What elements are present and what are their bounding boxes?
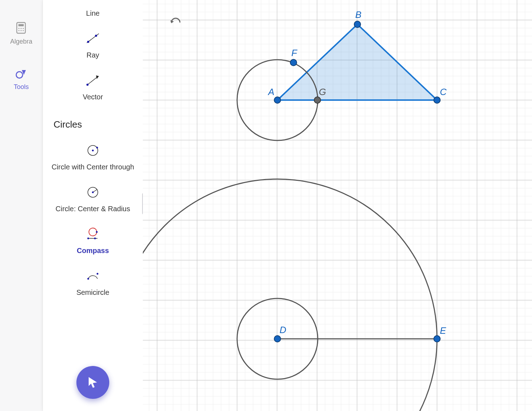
tool-vector-label: Vector [83,93,103,101]
nav-tools-label: Tools [14,83,29,91]
svg-point-24 [96,231,98,233]
tools-panel: Line Ray [43,0,143,411]
compass-icon [85,226,101,242]
tool-vector[interactable]: Vector [43,70,143,112]
tool-ray-label: Ray [86,51,99,59]
svg-point-8 [16,72,22,78]
undo-icon [169,17,182,28]
geometry-canvas[interactable]: ABCDEFG [143,0,532,411]
point-e[interactable] [434,336,440,342]
calculator-icon [15,21,27,34]
circles-category-header: Circles [43,112,143,140]
point-label-f: F [291,48,298,58]
point-label-b: B [355,9,361,20]
nav-algebra[interactable]: Algebra [10,21,32,45]
svg-point-23 [94,238,96,239]
tool-ray[interactable]: Ray [43,28,143,70]
point-a[interactable] [274,97,281,103]
point-label-g: G [319,86,326,97]
tool-circle-center-radius[interactable]: Circle: Center & Radius [43,182,143,224]
point-label-e: E [440,325,446,336]
point-c[interactable] [434,97,440,103]
undo-button[interactable] [168,14,184,30]
point-d[interactable] [274,336,281,342]
svg-point-13 [86,84,89,86]
vector-icon [85,72,101,89]
pointer-fab[interactable] [76,366,109,399]
nav-rail: Algebra Tools [0,0,43,411]
svg-line-12 [87,77,97,85]
point-f[interactable] [290,59,297,66]
point-label-a: A [267,86,274,97]
svg-point-22 [87,238,89,239]
svg-point-10 [87,41,89,43]
svg-point-20 [89,228,97,236]
svg-point-16 [96,147,98,149]
tool-compass[interactable]: Compass [43,224,143,266]
circle-center-through-icon [85,142,101,159]
tool-semicircle[interactable]: Semicircle [43,266,143,307]
tool-line[interactable]: Line [43,7,143,28]
point-b[interactable] [354,21,361,28]
svg-point-2 [19,28,20,29]
svg-point-7 [23,30,24,31]
nav-algebra-label: Algebra [10,38,32,45]
tool-line-label: Line [86,9,100,18]
circle-c3[interactable] [143,179,437,411]
ray-icon [85,30,101,47]
point-label-d: D [280,325,286,335]
svg-point-15 [92,150,94,152]
svg-point-11 [95,35,97,37]
svg-point-3 [21,28,22,29]
svg-point-19 [92,192,94,193]
svg-point-5 [19,30,20,31]
tool-compass-label: Compass [77,247,109,255]
svg-point-4 [23,28,24,29]
svg-rect-1 [19,24,24,26]
tool-circle-center-radius-label: Circle: Center & Radius [56,205,130,213]
point-label-c: C [440,86,447,97]
svg-point-25 [87,278,89,280]
point-g[interactable] [314,97,321,103]
semicircle-icon [85,268,101,284]
nav-tools[interactable]: Tools [14,67,29,91]
tool-circle-center-through[interactable]: Circle with Center through [43,140,143,182]
tool-semicircle-label: Semicircle [76,288,109,297]
tool-circle-center-through-label: Circle with Center through [51,163,134,171]
tools-icon [15,67,28,80]
circle-center-radius-icon [85,184,101,200]
svg-point-6 [21,30,22,31]
pointer-icon [86,375,100,390]
svg-point-26 [97,273,99,275]
